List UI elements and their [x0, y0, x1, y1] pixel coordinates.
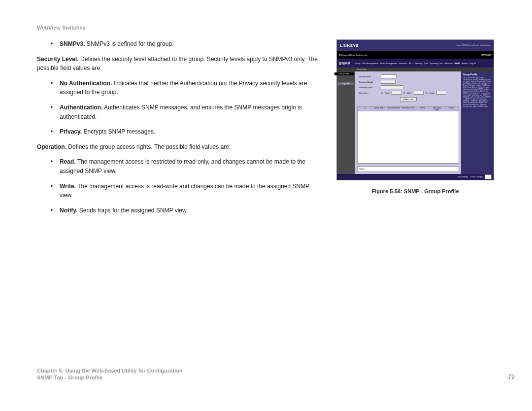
desc-snmpv3: SNMPv3 is defined for the group. [85, 40, 173, 47]
main-tab: SNMP [339, 61, 350, 66]
tab: SNMP [454, 62, 460, 65]
figure-subtabs: Group Profile [337, 68, 494, 71]
bullet-icon: • [46, 79, 60, 97]
label-security-level: Security Level [359, 86, 379, 89]
document-header: WebView Switches [37, 25, 507, 31]
save-settings: Save Settings [458, 176, 468, 178]
tab: ACL [409, 62, 413, 65]
update-button: Update [357, 166, 459, 172]
tab: Statistics [399, 62, 407, 65]
text-column: • SNMPv3. SNMPv3 is defined for the grou… [37, 39, 323, 221]
subtab: Group Profile [357, 68, 367, 70]
bullet-icon: • [46, 39, 60, 49]
footer-chapter: Chapter 5: Using the Web-based Utility f… [37, 368, 183, 374]
figure-column: LINKSYS 8-port 10/100 Ethernet Switch wi… [336, 39, 494, 194]
cancel-changes: Cancel Changes [470, 176, 483, 178]
help-text: The Group Profile page provides informat… [463, 77, 492, 108]
bullet-icon: • [46, 157, 60, 175]
tab: QoS [424, 62, 428, 65]
figure-help-panel: Group Profile The Group Profile page pro… [461, 71, 494, 174]
input-group-name [381, 74, 397, 78]
list-item: • Read. The management access is restric… [37, 157, 323, 175]
content-row: • SNMPv3. SNMPv3 is defined for the grou… [37, 39, 507, 221]
desc-write: The management access is read-write and … [60, 183, 309, 199]
product-title: 8-port 10/100 Ethernet Switch with WebVi… [457, 44, 491, 46]
form-row: Operation ☐Read ☐Write ☐Notify [359, 91, 457, 95]
paragraph: Security Level. Defines the security lev… [37, 55, 323, 73]
figure-subhead: A Division of Cisco Systems, Inc. SRW208… [337, 51, 494, 59]
add-to-list-button: Add to List [400, 97, 417, 102]
bullet-icon: • [46, 103, 60, 121]
list-item: • No Authentication. Indicates that neit… [37, 79, 323, 97]
tab: LogOut [469, 62, 476, 65]
list-item: • Write. The management access is read-w… [37, 182, 323, 200]
desc-read: The management access is restricted to r… [60, 158, 305, 174]
help-title: Group Profile [463, 73, 492, 76]
term-security-level: Security Level. [37, 56, 79, 63]
bullet-icon: • [46, 127, 60, 137]
select-security-model [381, 80, 396, 84]
opt-read: Read [385, 92, 390, 94]
page-number: 79 [508, 374, 515, 380]
figure-caption: Figure 5-58: SNMP - Group Profile [371, 188, 459, 194]
bullet-icon: • [46, 206, 60, 215]
tab: Setup [355, 62, 360, 65]
footer-section: SNMP Tab - Group Profile [37, 375, 183, 380]
form-row: Security Level [359, 85, 457, 89]
bullet-icon: • [46, 182, 60, 200]
term-operation: Operation. [37, 143, 66, 150]
label-group-name: Group Name [359, 75, 379, 78]
table-header: # Group Name Security Model Security Lev… [358, 106, 459, 111]
desc-operation: Defines the group access rights. The pos… [66, 143, 231, 150]
term-auth: Authentication. [60, 104, 102, 111]
tab: Spanning Tree [430, 62, 443, 65]
opt-notify: Notify [430, 92, 434, 94]
paragraph: Operation. Defines the group access righ… [37, 142, 323, 152]
opt-write: Write [407, 92, 412, 94]
list-item: • Notify. Sends traps for the assigned S… [37, 206, 323, 215]
desc-privacy: Encrypts SNMP messages. [82, 128, 155, 135]
list-item: • SNMPv3. SNMPv3 is defined for the grou… [37, 39, 323, 49]
form-row: Security Model [359, 80, 457, 84]
term-notify: Notify. [60, 207, 77, 214]
tab: Port Management [363, 62, 378, 65]
form-row: Group Name [359, 74, 457, 78]
list-item: • Authentication. Authenticates SNMP mes… [37, 103, 323, 121]
screenshot-figure: LINKSYS 8-port 10/100 Ethernet Switch wi… [336, 39, 494, 180]
figure-form-area: Group Name Security Model Security Level [355, 71, 461, 174]
desc-notify: Sends traps for the assigned SNMP view. [77, 207, 188, 214]
select-security-level [381, 85, 403, 89]
tab: Security [415, 62, 422, 65]
desc-security-level: Defines the security level attached to t… [37, 56, 318, 72]
term-snmpv3: SNMPv3. [60, 40, 85, 47]
side-tab-active: Group Profile [334, 72, 354, 75]
tab: VLAN Management [380, 62, 397, 65]
side-tab-log: Log Table [337, 82, 354, 85]
brand-logo: LINKSYS [340, 43, 359, 48]
list-item: • Privacy. Encrypts SNMP messages. [37, 127, 323, 137]
figure-sidebar: Group Profile Log Table [337, 71, 355, 174]
term-write: Write. [60, 183, 76, 190]
tab: Multicast [445, 62, 453, 65]
figure-footer: Save Settings Cancel Changes [337, 174, 494, 180]
figure-tabs: SNMP Setup Port Management VLAN Manageme… [337, 59, 494, 68]
term-noauth: No Authentication. [60, 80, 112, 87]
figure-brandbar: LINKSYS 8-port 10/100 Ethernet Switch wi… [337, 40, 494, 51]
term-privacy: Privacy. [60, 128, 82, 135]
term-read: Read. [60, 158, 76, 165]
operation-options: ☐Read ☐Write ☐Notify [381, 91, 446, 95]
label-security-model: Security Model [359, 81, 379, 83]
document-page: WebView Switches • SNMPv3. SNMPv3 is def… [0, 0, 532, 411]
figure-body: Group Profile Log Table Group Name Secur… [337, 71, 494, 174]
cisco-logo-icon [485, 174, 492, 179]
form: Group Name Security Model Security Level [357, 73, 459, 103]
label-operation: Operation [359, 92, 379, 94]
page-footer: Chapter 5: Using the Web-based Utility f… [37, 368, 515, 380]
log-table: # Group Name Security Model Security Lev… [357, 106, 459, 164]
tab: Admin [462, 62, 467, 65]
